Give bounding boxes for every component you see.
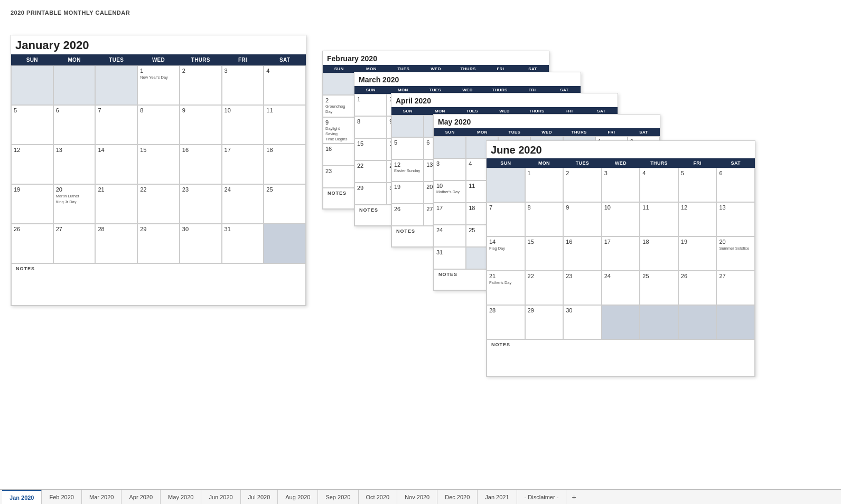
tab-add-button[interactable]: +: [566, 493, 581, 501]
jan-mon: MON: [53, 54, 96, 65]
table-row: 21: [95, 184, 137, 224]
table-row: 27: [53, 224, 96, 263]
jan-grid: 1New Year's Day 2 3 4 5 6 7 8 9 10 11 12…: [11, 65, 306, 263]
jan-tue: TUES: [95, 54, 137, 65]
table-row: 26: [11, 224, 53, 263]
main-content: 2020 PRINTABLE MONTHLY CALENDAR January …: [0, 0, 841, 489]
table-row: 14: [95, 145, 137, 184]
calendar-january: January 2020 SUN MON TUES WED THURS FRI …: [11, 35, 306, 306]
table-row: 3: [222, 65, 264, 105]
tab-sep-2020[interactable]: Sep 2020: [318, 490, 358, 505]
jan-sat: SAT: [264, 54, 306, 65]
jun-grid: 1 2 3 4 5 6 7 8 9 10 11 12 13 14Flag Day…: [487, 168, 755, 339]
table-row: [53, 65, 96, 105]
table-row: 23: [180, 184, 222, 224]
apr-title: April 2020: [391, 93, 618, 107]
jan-thu: THURS: [180, 54, 222, 65]
table-row: 18: [264, 145, 306, 184]
table-row: 1New Year's Day: [137, 65, 180, 105]
table-row: [95, 65, 137, 105]
table-row: 11: [264, 105, 306, 145]
table-row: 24: [222, 184, 264, 224]
jan-notes: NOTES: [11, 263, 306, 306]
tab-aug-2020[interactable]: Aug 2020: [278, 490, 318, 505]
tab-jun-2020[interactable]: Jun 2020: [201, 490, 240, 505]
tab-jan-2020[interactable]: Jan 2020: [2, 490, 42, 505]
table-row: 28: [95, 224, 137, 263]
table-row: [11, 65, 53, 105]
calendars-container: January 2020 SUN MON TUES WED THURS FRI …: [11, 19, 830, 462]
table-row: 19: [11, 184, 53, 224]
table-row: 10: [222, 105, 264, 145]
tab-apr-2020[interactable]: Apr 2020: [122, 490, 161, 505]
table-row: 5: [11, 105, 53, 145]
jun-header: SUN MON TUES WED THURS FRI SAT: [487, 158, 755, 168]
tab-mar-2020[interactable]: Mar 2020: [82, 490, 122, 505]
feb-title: February 2020: [323, 51, 549, 65]
table-row: [264, 224, 306, 263]
jan-title: January 2020: [11, 35, 306, 54]
table-row: 30: [180, 224, 222, 263]
tab-jan-2021[interactable]: Jan 2021: [478, 490, 517, 505]
tab-bar: Jan 2020 Feb 2020 Mar 2020 Apr 2020 May …: [0, 489, 841, 504]
jun-notes: NOTES: [487, 339, 755, 376]
table-row: 2: [180, 65, 222, 105]
tab-nov-2020[interactable]: Nov 2020: [397, 490, 437, 505]
table-row: 31: [222, 224, 264, 263]
jan-sun: SUN: [11, 54, 53, 65]
tab-dec-2020[interactable]: Dec 2020: [437, 490, 478, 505]
table-row: 6: [53, 105, 96, 145]
jun-title: June 2020: [487, 141, 755, 158]
tab-disclaimer[interactable]: - Disclaimer -: [517, 490, 567, 505]
table-row: 17: [222, 145, 264, 184]
table-row: 25: [264, 184, 306, 224]
table-row: 15: [137, 145, 180, 184]
calendar-june: June 2020 SUN MON TUES WED THURS FRI SAT…: [486, 140, 755, 377]
table-row: 29: [137, 224, 180, 263]
may-title: May 2020: [434, 115, 660, 128]
jan-header: SUN MON TUES WED THURS FRI SAT: [11, 54, 306, 65]
table-row: 16: [180, 145, 222, 184]
page-title: 2020 PRINTABLE MONTHLY CALENDAR: [11, 9, 830, 16]
table-row: 9: [180, 105, 222, 145]
table-row: 20Martin LutherKing Jr Day: [53, 184, 96, 224]
jan-fri: FRI: [222, 54, 264, 65]
jan-wed: WED: [137, 54, 180, 65]
table-row: 4: [264, 65, 306, 105]
tab-jul-2020[interactable]: Jul 2020: [241, 490, 278, 505]
table-row: 13: [53, 145, 96, 184]
tab-feb-2020[interactable]: Feb 2020: [42, 490, 81, 505]
table-row: 7: [95, 105, 137, 145]
mar-title: March 2020: [354, 72, 581, 86]
may-header: SUN MON TUES WED THURS FRI SAT: [434, 128, 660, 136]
tab-may-2020[interactable]: May 2020: [161, 490, 201, 505]
table-row: 22: [137, 184, 180, 224]
tab-oct-2020[interactable]: Oct 2020: [359, 490, 398, 505]
table-row: 8: [137, 105, 180, 145]
table-row: 12: [11, 145, 53, 184]
